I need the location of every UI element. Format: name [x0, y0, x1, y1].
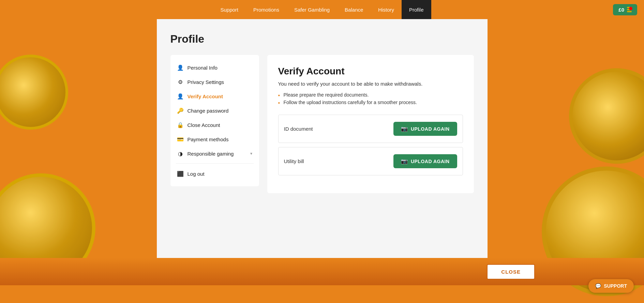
- lock-icon: 🔒: [177, 122, 183, 128]
- id-document-row: ID document 📷 UPLOAD AGAIN: [278, 115, 463, 143]
- notification-badge: [629, 7, 632, 10]
- sidebar: 👤 Personal Info ⚙ Privacy Settings 👤 Ver…: [170, 55, 259, 186]
- nav-profile[interactable]: Profile: [402, 0, 431, 19]
- support-button[interactable]: 💬 SUPPORT: [588, 279, 634, 293]
- profile-title: Profile: [170, 33, 474, 45]
- upload-utility-label: UPLOAD AGAIN: [411, 159, 450, 164]
- footer-bar: CLOSE: [0, 258, 644, 285]
- sidebar-label-close-account: Close Account: [188, 122, 252, 128]
- bullet-item-2: Follow the upload instructions carefully…: [278, 100, 463, 105]
- nav-balance[interactable]: Balance: [337, 0, 371, 19]
- close-button[interactable]: CLOSE: [487, 264, 535, 279]
- sidebar-label-change-password: Change password: [188, 108, 252, 114]
- utility-bill-label: Utility bill: [284, 158, 304, 164]
- sidebar-item-responsible-gaming[interactable]: ◑ Responsible gaming ▾: [170, 146, 259, 161]
- key-icon: 🔑: [177, 107, 183, 114]
- verify-bullets: Please prepare the required documents. F…: [278, 92, 463, 105]
- camera-icon-id: 📷: [401, 126, 408, 132]
- main-wrapper: Profile 👤 Personal Info ⚙ Privacy Settin…: [0, 19, 644, 258]
- gear-icon: ⚙: [177, 79, 183, 85]
- upload-utility-button[interactable]: 📷 UPLOAD AGAIN: [393, 154, 457, 168]
- verify-description: You need to verify your account to be ab…: [278, 81, 463, 87]
- nav-safer-gambling[interactable]: Safer Gambling: [287, 0, 337, 19]
- sidebar-item-change-password[interactable]: 🔑 Change password: [170, 103, 259, 118]
- logout-icon: ⬛: [177, 171, 183, 177]
- verify-content: Verify Account You need to verify your a…: [267, 55, 474, 193]
- camera-icon-utility: 📷: [401, 158, 408, 164]
- sidebar-label-verify-account: Verify Account: [188, 93, 252, 99]
- chat-icon: 💬: [595, 283, 601, 289]
- nav-promotions[interactable]: Promotions: [246, 0, 287, 19]
- sidebar-label-payment-methods: Payment methods: [188, 136, 252, 142]
- sidebar-item-personal-info[interactable]: 👤 Personal Info: [170, 60, 259, 75]
- profile-content: 👤 Personal Info ⚙ Privacy Settings 👤 Ver…: [170, 55, 474, 193]
- nav-links: Support Promotions Safer Gambling Balanc…: [213, 0, 431, 19]
- sidebar-label-privacy-settings: Privacy Settings: [188, 79, 252, 85]
- sidebar-divider: [176, 163, 254, 164]
- sidebar-item-payment-methods[interactable]: 💳 Payment methods: [170, 132, 259, 146]
- sidebar-item-close-account[interactable]: 🔒 Close Account: [170, 118, 259, 132]
- upload-id-button[interactable]: 📷 UPLOAD AGAIN: [393, 122, 457, 136]
- sidebar-label-personal-info: Personal Info: [188, 65, 252, 71]
- sidebar-label-responsible-gaming: Responsible gaming: [188, 151, 246, 157]
- verify-title: Verify Account: [278, 66, 463, 77]
- top-navigation: Support Promotions Safer Gambling Balanc…: [0, 0, 644, 19]
- nav-support[interactable]: Support: [213, 0, 246, 19]
- balance-amount: £0: [618, 7, 624, 13]
- chevron-down-icon: ▾: [250, 151, 252, 156]
- payment-icon: 💳: [177, 136, 183, 142]
- upload-id-label: UPLOAD AGAIN: [411, 126, 450, 132]
- balance-button[interactable]: £0: [613, 4, 637, 15]
- sidebar-item-logout[interactable]: ⬛ Log out: [170, 167, 259, 181]
- verify-icon: 👤: [177, 93, 183, 99]
- utility-bill-row: Utility bill 📷 UPLOAD AGAIN: [278, 147, 463, 175]
- person-icon: 👤: [177, 64, 183, 71]
- sidebar-item-verify-account[interactable]: 👤 Verify Account: [170, 89, 259, 103]
- sidebar-item-privacy-settings[interactable]: ⚙ Privacy Settings: [170, 75, 259, 89]
- support-label: SUPPORT: [604, 283, 627, 289]
- bullet-item-1: Please prepare the required documents.: [278, 92, 463, 98]
- half-circle-icon: ◑: [177, 150, 183, 157]
- nav-history[interactable]: History: [371, 0, 402, 19]
- sidebar-label-logout: Log out: [188, 171, 252, 177]
- id-document-label: ID document: [284, 126, 313, 132]
- profile-panel: Profile 👤 Personal Info ⚙ Privacy Settin…: [157, 19, 488, 258]
